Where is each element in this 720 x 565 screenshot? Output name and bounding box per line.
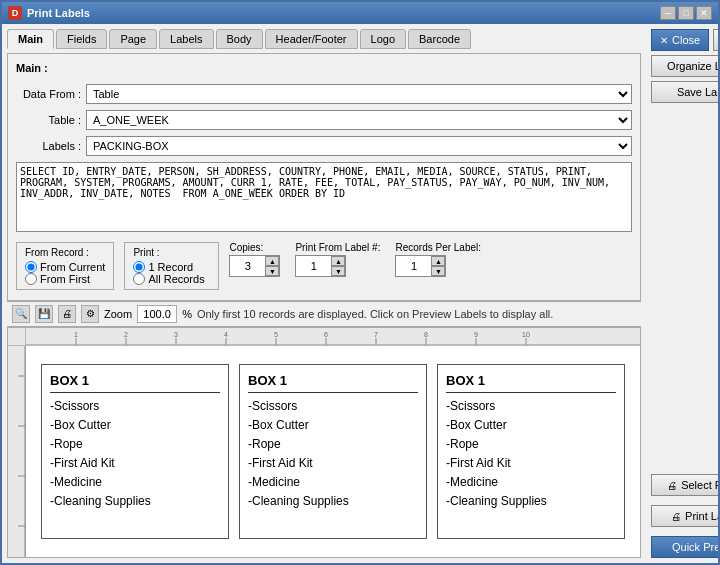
label-item-3-0: -Scissors [446, 397, 616, 416]
svg-text:10: 10 [522, 331, 530, 338]
ruler-area: 1 2 3 4 5 6 7 [8, 328, 640, 346]
svg-text:1: 1 [74, 331, 78, 338]
tab-labels[interactable]: Labels [159, 29, 213, 49]
tab-bar: Main Fields Page Labels Body Header/Foot… [7, 29, 641, 49]
label-items-2: -Scissors -Box Cutter -Rope -First Aid K… [248, 397, 418, 512]
print-from-spinners: ▲ ▼ [331, 256, 345, 276]
maximize-button[interactable]: □ [678, 6, 694, 20]
from-record-title: From Record : [25, 247, 105, 258]
ruler-corner [8, 328, 26, 346]
from-record-box: From Record : From Current From First [16, 242, 114, 290]
help-button[interactable]: ? Help [713, 29, 718, 51]
print-title: Print : [133, 247, 210, 258]
print-1record-label: 1 Record [148, 261, 193, 273]
main-section-label: Main : [16, 62, 632, 74]
right-panel: ✕ Close ? Help Organize Labels Save Labe… [646, 24, 718, 563]
settings-icon[interactable]: ⚙ [81, 305, 99, 323]
minimize-button[interactable]: ─ [660, 6, 676, 20]
svg-text:3: 3 [174, 331, 178, 338]
from-current-row: From Current [25, 261, 105, 273]
copies-group: Copies: 3 ▲ ▼ [229, 242, 280, 277]
save-icon[interactable]: 💾 [35, 305, 53, 323]
print-from-label: Print From Label #: [295, 242, 380, 253]
copies-input[interactable]: 3 [230, 256, 265, 276]
svg-text:5: 5 [274, 331, 278, 338]
records-per-input[interactable]: 1 [396, 256, 431, 276]
tab-page[interactable]: Page [109, 29, 157, 49]
table-row: Table : A_ONE_WEEK [16, 110, 632, 130]
panel-content: Main : Data From : Table Table : A_ONE_W… [7, 53, 641, 301]
print-from-input[interactable]: 1 [296, 256, 331, 276]
data-from-select[interactable]: Table [86, 84, 632, 104]
ruler-horizontal: 1 2 3 4 5 6 7 [26, 328, 640, 346]
records-per-up-button[interactable]: ▲ [431, 256, 445, 266]
label-items-3: -Scissors -Box Cutter -Rope -First Aid K… [446, 397, 616, 512]
records-per-spinners: ▲ ▼ [431, 256, 445, 276]
print-box: Print : 1 Record All Records [124, 242, 219, 290]
copies-section: Copies: 3 ▲ ▼ Print From Label #: [229, 242, 481, 277]
label-item-3-4: -Medicine [446, 473, 616, 492]
print-labels-icon: 🖨 [671, 511, 681, 522]
print-allrecords-label: All Records [148, 273, 204, 285]
label-item-2-2: -Rope [248, 435, 418, 454]
tab-header-footer[interactable]: Header/Footer [265, 29, 358, 49]
print-allrecords-radio[interactable] [133, 273, 145, 285]
preview-scroll[interactable]: 1 2 3 4 5 6 7 [7, 327, 641, 559]
from-first-radio[interactable] [25, 273, 37, 285]
magnify-icon[interactable]: 🔍 [12, 305, 30, 323]
label-item-2-5: -Cleaning Supplies [248, 492, 418, 511]
labels-area: BOX 1 -Scissors -Box Cutter -Rope -First… [26, 346, 640, 559]
records-per-down-button[interactable]: ▼ [431, 266, 445, 276]
print-1record-radio[interactable] [133, 261, 145, 273]
tab-body[interactable]: Body [216, 29, 263, 49]
organize-labels-button[interactable]: Organize Labels [651, 55, 718, 77]
copies-up-button[interactable]: ▲ [265, 256, 279, 266]
records-per-group: Records Per Label: 1 ▲ ▼ [395, 242, 481, 277]
label-items-1: -Scissors -Box Cutter -Rope -First Aid K… [50, 397, 220, 512]
copies-down-button[interactable]: ▼ [265, 266, 279, 276]
labels-select[interactable]: PACKING-BOX [86, 136, 632, 156]
from-current-radio[interactable] [25, 261, 37, 273]
close-label: Close [672, 34, 700, 46]
quick-preview-button[interactable]: Quick Preview [651, 536, 718, 558]
table-select[interactable]: A_ONE_WEEK [86, 110, 632, 130]
labels-label: Labels : [16, 140, 81, 152]
spacer [651, 108, 718, 469]
label-item-1-5: -Cleaning Supplies [50, 492, 220, 511]
print-from-up-button[interactable]: ▲ [331, 256, 345, 266]
svg-text:9: 9 [474, 331, 478, 338]
zoom-input[interactable]: 100.0 [137, 305, 177, 323]
label-item-3-5: -Cleaning Supplies [446, 492, 616, 511]
save-labels-button[interactable]: Save Labels [651, 81, 718, 103]
label-item-1-2: -Rope [50, 435, 220, 454]
print-labels-button[interactable]: 🖨 Print Labels [651, 505, 718, 527]
print-from-down-button[interactable]: ▼ [331, 266, 345, 276]
label-divider-3 [446, 392, 616, 393]
title-bar-left: D Print Labels [8, 6, 90, 20]
label-item-1-1: -Box Cutter [50, 416, 220, 435]
tab-fields[interactable]: Fields [56, 29, 107, 49]
tab-logo[interactable]: Logo [360, 29, 406, 49]
svg-text:7: 7 [374, 331, 378, 338]
label-title-1: BOX 1 [50, 373, 220, 388]
svg-text:8: 8 [424, 331, 428, 338]
select-printer-button[interactable]: 🖨 Select Printer [651, 474, 718, 496]
sql-textarea[interactable]: SELECT ID, ENTRY_DATE, PERSON, SH_ADDRES… [16, 162, 632, 232]
svg-text:2: 2 [124, 331, 128, 338]
label-item-2-0: -Scissors [248, 397, 418, 416]
records-per-label: Records Per Label: [395, 242, 481, 253]
label-item-2-1: -Box Cutter [248, 416, 418, 435]
from-current-label: From Current [40, 261, 105, 273]
copies-spinners: ▲ ▼ [265, 256, 279, 276]
labels-grid: BOX 1 -Scissors -Box Cutter -Rope -First… [41, 364, 625, 539]
quick-preview-label: Quick Preview [672, 541, 718, 553]
close-window-button[interactable]: ✕ [696, 6, 712, 20]
tab-main[interactable]: Main [7, 29, 54, 49]
print-icon[interactable]: 🖨 [58, 305, 76, 323]
tab-barcode[interactable]: Barcode [408, 29, 471, 49]
label-item-2-3: -First Aid Kit [248, 454, 418, 473]
close-button[interactable]: ✕ Close [651, 29, 709, 51]
records-per-spin: 1 ▲ ▼ [395, 255, 446, 277]
label-item-2-4: -Medicine [248, 473, 418, 492]
ruler-vertical [8, 346, 26, 559]
